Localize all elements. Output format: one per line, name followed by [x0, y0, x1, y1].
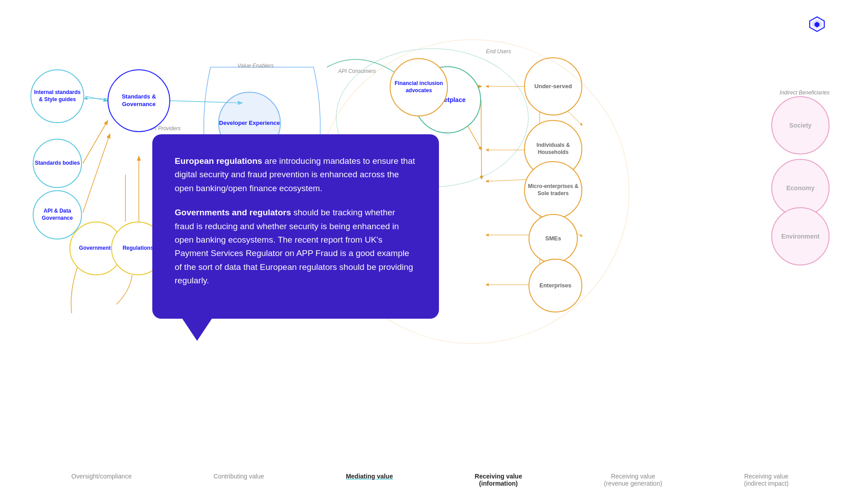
popup-text-2: should be tracking whether fraud is redu…: [175, 208, 413, 285]
circle-enterprises: Enterprises: [529, 259, 582, 312]
circle-standards-governance: Standards & Governance: [108, 69, 170, 132]
svg-line-5: [83, 134, 110, 213]
value-enablers-label: Value Enablers: [237, 63, 274, 69]
popup-tail: [179, 314, 215, 341]
bottom-label-receiving-info: Receiving value(information): [475, 473, 522, 487]
api-consumers-label: API Consumers: [338, 68, 376, 74]
popup-bold-1: European regulations: [175, 156, 262, 166]
bottom-label-receiving-revenue: Receiving value(revenue generation): [604, 473, 662, 487]
platformable-icon: [809, 16, 825, 32]
circle-financial-inclusion: Financial inclusion advocates: [390, 58, 448, 116]
bottom-label-contributing: Contributing value: [214, 473, 264, 487]
circle-micro-enterprises: Micro-enterprises & Sole traders: [524, 161, 582, 219]
popup-paragraph-1: European regulations are introducing man…: [175, 154, 417, 195]
circle-smes: SMEs: [529, 214, 578, 263]
bottom-label-mediating: Mediating value: [346, 473, 393, 487]
bottom-labels-row: Oversight/compliance Contributing value …: [0, 473, 860, 487]
end-users-label: End Users: [486, 48, 511, 55]
svg-line-11: [481, 100, 482, 179]
svg-line-3: [85, 96, 108, 101]
circle-environment: Environment: [771, 207, 830, 265]
circle-standards-bodies: Standards bodies: [33, 139, 82, 188]
circle-under-served: Under-served: [524, 57, 582, 115]
circle-society: Society: [771, 96, 830, 154]
popup-bold-2: Governments and regulators: [175, 208, 291, 217]
indirect-beneficiaries-label: Indirect Beneficiaries: [740, 90, 830, 96]
svg-line-4: [83, 121, 108, 163]
popup-card: European regulations are introducing man…: [152, 134, 439, 319]
circle-internal-standards: Internal standards & Style guides: [30, 69, 84, 123]
bottom-label-mediating-text: Mediating value: [346, 473, 393, 480]
popup-paragraph-2: Governments and regulators should be tra…: [175, 206, 417, 287]
logo: [809, 16, 830, 32]
bottom-label-receiving-indirect: Receiving value(indirect impact): [744, 473, 789, 487]
bottom-label-oversight: Oversight/compliance: [71, 473, 132, 487]
